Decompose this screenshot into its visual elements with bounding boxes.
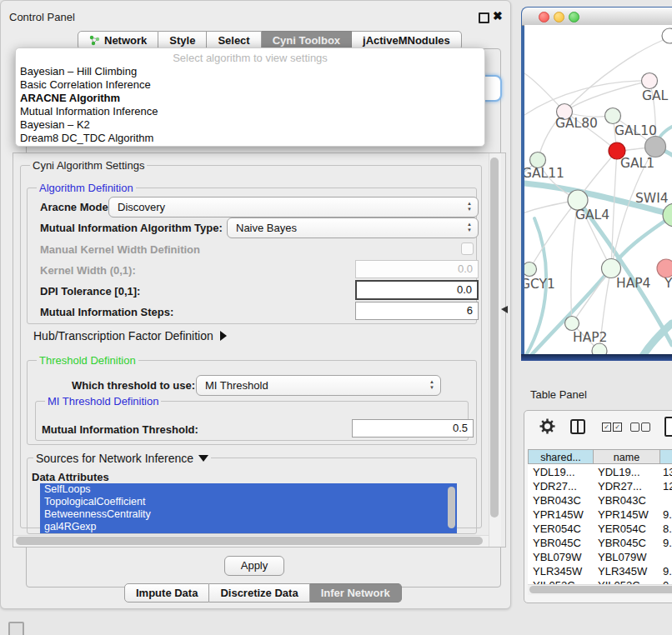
table-cell[interactable]: 9.: [663, 565, 672, 578]
table-cell[interactable]: YDR27...: [598, 480, 642, 492]
mi-algorithm-type-combobox[interactable]: Naive Bayes ▲▼: [227, 218, 479, 238]
svg-text:GAL10: GAL10: [614, 123, 657, 138]
unchecked-boxes-icon[interactable]: [641, 422, 650, 432]
mi-threshold-field[interactable]: 0.5: [352, 419, 474, 438]
menu-item[interactable]: Mutual Information Inference: [16, 105, 484, 118]
mi-threshold-label: Mutual Information Threshold:: [42, 423, 198, 436]
menu-item[interactable]: Bayesian – Hill Climbing: [16, 65, 484, 78]
table-cell[interactable]: YBR043C: [598, 494, 646, 507]
column-header-name[interactable]: name: [593, 449, 659, 464]
network-node[interactable]: [657, 259, 672, 278]
gear-icon[interactable]: [539, 418, 555, 434]
list-scrollbar-thumb[interactable]: [448, 487, 455, 528]
column-header-shared-name[interactable]: shared...: [528, 449, 593, 464]
aracne-mode-label: Aracne Mode:: [40, 201, 112, 213]
apply-button[interactable]: Apply: [224, 556, 284, 576]
mi-steps-field[interactable]: 6: [355, 302, 479, 320]
svg-text:GAL80: GAL80: [555, 116, 598, 131]
zoom-traffic-light-icon[interactable]: [569, 12, 579, 22]
combo-arrows-icon: ▲▼: [429, 379, 434, 390]
data-attributes-list: SelfLoops TopologicalCoefficient Between…: [40, 483, 457, 533]
unchecked-boxes-icon[interactable]: [630, 422, 639, 432]
manual-kernel-label: Manual Kernel Width Definition: [40, 243, 200, 256]
network-canvas[interactable]: GAL GAL80 GAL10 GAL1 GAL11 GAL4 SWI4 HAP…: [524, 25, 672, 354]
expand-right-icon: [220, 331, 227, 341]
table-cell[interactable]: YDL19...: [533, 466, 575, 478]
table-cell[interactable]: YBL079W: [533, 551, 582, 563]
which-threshold-label: Which threshold to use:: [72, 379, 195, 392]
minimized-panel-button[interactable]: [8, 622, 24, 635]
tab-infer-network[interactable]: Infer Network: [310, 583, 402, 602]
list-item[interactable]: gal4RGexp: [40, 521, 457, 533]
svg-text:Y: Y: [664, 276, 672, 291]
table-cell[interactable]: 9.: [663, 508, 672, 521]
list-item[interactable]: BetweennessCentrality: [40, 508, 457, 521]
checked-boxes-icon[interactable]: ✓: [602, 422, 611, 432]
svg-text:SWI4: SWI4: [635, 191, 669, 206]
combo-arrows-icon: ▲▼: [467, 222, 472, 232]
table-cell[interactable]: YER054C: [598, 522, 646, 535]
table-cell[interactable]: YPR145W: [598, 508, 649, 521]
hub-tf-section-toggle[interactable]: Hub/Transcription Factor Definition: [33, 329, 227, 342]
mi-algorithm-type-label: Mutual Information Algorithm Type:: [40, 222, 223, 234]
table-cell[interactable]: 12: [663, 480, 672, 492]
table-panel: ✓ ✓ shared... name YDL19...YDL19...13 YD…: [524, 410, 672, 603]
screen: Control Panel ✖ Network Style Select Cyn…: [0, 0, 672, 635]
horizontal-scrollbar-thumb[interactable]: [16, 537, 483, 545]
kernel-width-field[interactable]: 0.0: [355, 260, 479, 278]
network-node-hap2[interactable]: [565, 317, 579, 331]
minimize-traffic-light-icon[interactable]: [554, 12, 564, 22]
checked-boxes-icon[interactable]: ✓: [613, 422, 622, 432]
group-title-blue: Algorithm Definition: [37, 182, 136, 194]
network-node-gcy1[interactable]: [524, 262, 537, 277]
tab-impute-data[interactable]: Impute Data: [124, 583, 209, 602]
sources-section-toggle[interactable]: Sources for Network Inference: [33, 452, 211, 465]
group-title: Cyni Algorithm Settings: [30, 159, 147, 172]
network-node[interactable]: [662, 28, 672, 43]
table-cell[interactable]: YLR345W: [598, 565, 647, 578]
collapse-down-icon: [198, 455, 208, 462]
aracne-mode-combobox[interactable]: Discovery ▲▼: [108, 197, 479, 218]
tab-discretize-data[interactable]: Discretize Data: [209, 583, 309, 602]
table-cell[interactable]: YBR045C: [533, 537, 581, 549]
network-window-bottom-frame: [521, 354, 672, 361]
menu-item[interactable]: Bayesian – K2: [16, 118, 484, 132]
table-cell[interactable]: YER054C: [533, 522, 581, 535]
network-icon: [89, 35, 100, 46]
network-node[interactable]: [645, 137, 666, 158]
table-cell[interactable]: YLR345W: [533, 565, 582, 578]
bottom-tab-bar: Impute Data Discretize Data Infer Networ…: [124, 583, 402, 602]
menu-item[interactable]: Basic Correlation Inference: [16, 78, 484, 92]
table-cell[interactable]: YBR045C: [598, 537, 646, 549]
column-header[interactable]: [659, 449, 672, 464]
close-traffic-light-icon[interactable]: [539, 12, 549, 22]
table-cell[interactable]: YDL19...: [598, 466, 640, 478]
table-cell[interactable]: YBR043C: [533, 494, 581, 507]
table-hscrollbar-thumb[interactable]: [529, 586, 672, 593]
list-item[interactable]: SelfLoops: [40, 483, 457, 496]
network-window-titlebar[interactable]: [522, 8, 672, 26]
network-node-gal10[interactable]: [605, 108, 621, 124]
combo-arrows-icon: ▲▼: [467, 201, 472, 212]
algorithm-dropdown-popup: Select algorithm to view settings Bayesi…: [15, 48, 485, 147]
vertical-scrollbar-thumb[interactable]: [490, 158, 499, 518]
popup-prompt: Select algorithm to view settings: [16, 51, 484, 65]
which-threshold-combobox[interactable]: MI Threshold ▲▼: [196, 375, 441, 396]
list-item[interactable]: TopologicalCoefficient: [40, 496, 457, 508]
table-cell[interactable]: 9.: [663, 537, 672, 549]
table-cell[interactable]: YBL079W: [598, 551, 647, 563]
table-cell[interactable]: 8.: [663, 522, 672, 535]
menu-item[interactable]: ARACNE Algorithm: [16, 92, 484, 105]
float-window-icon[interactable]: [479, 12, 489, 23]
table-cell[interactable]: YDR27...: [533, 480, 577, 492]
columns-icon[interactable]: [570, 419, 585, 434]
table-cell[interactable]: 13: [663, 466, 672, 478]
group-title-green: Threshold Definition: [37, 354, 138, 367]
network-node[interactable]: [642, 73, 658, 89]
close-icon[interactable]: ✖: [493, 9, 503, 22]
table-cell[interactable]: YPR145W: [533, 508, 584, 521]
new-table-icon[interactable]: [664, 417, 672, 437]
dpi-tolerance-field[interactable]: 0.0: [355, 280, 479, 300]
manual-kernel-checkbox[interactable]: [461, 242, 474, 255]
menu-item[interactable]: Dream8 DC_TDC Algorithm: [16, 132, 484, 145]
